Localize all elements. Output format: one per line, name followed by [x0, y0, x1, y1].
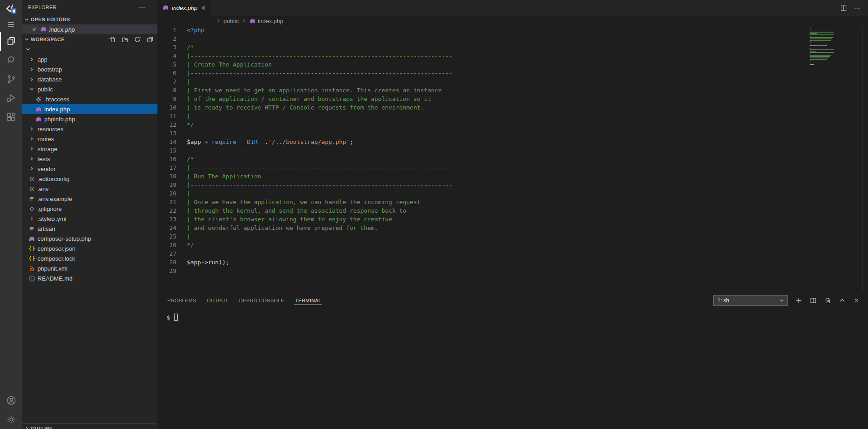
line-number: 23: [157, 215, 176, 224]
explorer-sidebar: EXPLORER OPEN EDITORS index.php WORKSPAC…: [22, 0, 157, 429]
line-number: 4: [157, 52, 176, 60]
code-line-19: 19|-------------------------------------…: [157, 181, 868, 189]
chevron-down-icon: [28, 86, 35, 92]
tree-item-label: .editorconfig: [38, 176, 70, 182]
chevron-right-icon: [28, 166, 35, 172]
terminal-shell-select[interactable]: 1: sh: [713, 295, 788, 306]
workspace-header[interactable]: WORKSPACE: [22, 34, 157, 44]
chevron-right-icon: [24, 425, 30, 429]
activitybar-account-icon[interactable]: [0, 391, 22, 410]
tree-folder-tests[interactable]: tests: [22, 154, 157, 164]
activitybar-menu-icon[interactable]: [0, 17, 22, 32]
tree-file-phpinfo-php[interactable]: phpinfo.php: [22, 114, 157, 124]
tree-file-phpunit-xml[interactable]: phpunit.xml: [22, 263, 157, 273]
scrollbar-rule: [862, 26, 863, 292]
tree-folder-resources[interactable]: resources: [22, 124, 157, 134]
tree-item-label: composer.lock: [38, 255, 75, 262]
activitybar-extensions-icon[interactable]: [0, 108, 22, 127]
search-icon: [6, 55, 17, 66]
new-file-icon[interactable]: [109, 36, 116, 43]
account-icon: [6, 395, 17, 406]
close-icon[interactable]: [200, 5, 207, 11]
activitybar-search-icon[interactable]: [0, 51, 22, 70]
open-editors-header[interactable]: OPEN EDITORS: [22, 14, 157, 24]
terminal[interactable]: $: [157, 308, 868, 429]
code-line-16: 16/*: [157, 155, 868, 163]
open-editor-item-index-php[interactable]: index.php: [22, 24, 157, 34]
run-debug-icon: [6, 93, 17, 104]
tree-folder-storage[interactable]: storage: [22, 144, 157, 154]
tree-file--env[interactable]: .env: [22, 184, 157, 194]
tree-item-label: composer-setup.php: [38, 235, 91, 242]
activitybar-explorer-icon[interactable]: [0, 32, 22, 51]
tree-item-label: bootstrap: [38, 66, 62, 73]
panel-tab-debug-console[interactable]: DEBUG CONSOLE: [238, 296, 285, 305]
code-editor[interactable]: 1<?php23/*4|----------------------------…: [157, 26, 868, 292]
terminal-close-icon[interactable]: [853, 297, 860, 304]
terminal-split-icon[interactable]: [810, 297, 817, 304]
refresh-icon[interactable]: [134, 36, 141, 43]
line-number: 11: [157, 112, 176, 120]
collapse-all-icon[interactable]: [147, 36, 154, 43]
close-icon[interactable]: [31, 26, 38, 33]
tree-file-composer-json[interactable]: composer.json: [22, 243, 157, 253]
xml-file-icon: [28, 265, 35, 272]
panel-tab-terminal[interactable]: TERMINAL: [294, 296, 322, 305]
workspace-root-folder[interactable]: - - -: [22, 44, 157, 54]
chevron-right-icon: [28, 126, 35, 132]
tree-file-readme-md[interactable]: README.md: [22, 273, 157, 283]
panel-tab-output[interactable]: OUTPUT: [206, 296, 229, 305]
git-file-icon: [28, 205, 35, 212]
tree-folder-public[interactable]: public: [22, 84, 157, 94]
more-actions-icon[interactable]: [854, 5, 861, 12]
breadcrumb-item[interactable]: index.php: [249, 17, 283, 24]
new-folder-icon[interactable]: [121, 36, 128, 43]
line-number: 28: [157, 258, 176, 267]
tree-file--env-example[interactable]: .env.example: [22, 194, 157, 204]
code-line-22: 22| through the kernel, and send the ass…: [157, 206, 868, 215]
sidebar-title-row: EXPLORER: [22, 0, 157, 14]
tree-item-label: .env: [38, 186, 49, 192]
tree-folder-routes[interactable]: routes: [22, 134, 157, 144]
terminal-shell-label: 1: sh: [717, 297, 729, 304]
tree-item-label: vendor: [38, 166, 56, 172]
tree-folder-database[interactable]: database: [22, 74, 157, 84]
code-line-11: 11|: [157, 112, 868, 120]
activitybar-source-control-icon[interactable]: [0, 70, 22, 89]
activitybar-run-debug-icon[interactable]: [0, 89, 22, 108]
outline-section-header[interactable]: OUTLINE: [22, 423, 157, 429]
code-line-21: 21| Once we have the application, we can…: [157, 198, 868, 206]
line-number: 29: [157, 267, 176, 275]
terminal-plus-icon[interactable]: [795, 297, 802, 304]
tree-item-label: routes: [38, 136, 54, 143]
tree-file-index-php[interactable]: index.php: [22, 104, 157, 114]
tree-file-composer-lock[interactable]: composer.lock: [22, 253, 157, 263]
tree-file--editorconfig[interactable]: .editorconfig: [22, 174, 157, 184]
tab-index-php[interactable]: index.php: [157, 0, 211, 16]
code-line-10: 10| is ready to receive HTTP / Console r…: [157, 103, 868, 112]
terminal-trash-icon[interactable]: [824, 297, 831, 304]
terminal-chev-up-icon[interactable]: [839, 297, 846, 304]
tree-file-artisan[interactable]: artisan: [22, 224, 157, 234]
line-number: 16: [157, 155, 176, 163]
split-editor-icon[interactable]: [840, 5, 847, 12]
more-actions-icon[interactable]: [138, 4, 146, 11]
line-number: 17: [157, 163, 176, 172]
tree-folder-bootstrap[interactable]: bootstrap: [22, 64, 157, 74]
tree-file--styleci-yml[interactable]: .styleci.yml: [22, 214, 157, 224]
breadcrumb-item[interactable]: public: [223, 18, 239, 24]
terminal-prompt: $: [166, 314, 170, 321]
line-number: 1: [157, 26, 176, 34]
panel-tab-problems[interactable]: PROBLEMS: [166, 296, 197, 305]
tree-folder-vendor[interactable]: vendor: [22, 164, 157, 174]
minimap[interactable]: [810, 28, 846, 67]
tree-file-composer-setup-php[interactable]: composer-setup.php: [22, 234, 157, 243]
code-line-14: 14$app = require __DIR__.'/../bootstrap/…: [157, 138, 868, 146]
tree-file--gitignore[interactable]: .gitignore: [22, 204, 157, 214]
activitybar-settings-gear-icon[interactable]: [0, 410, 22, 429]
code-line-5: 5| Create The Application: [157, 60, 868, 69]
chevron-down-icon: [24, 16, 30, 23]
line-number: 2: [157, 34, 176, 43]
tree-folder-app[interactable]: app: [22, 54, 157, 64]
tree-file--htaccess[interactable]: .htaccess: [22, 94, 157, 104]
